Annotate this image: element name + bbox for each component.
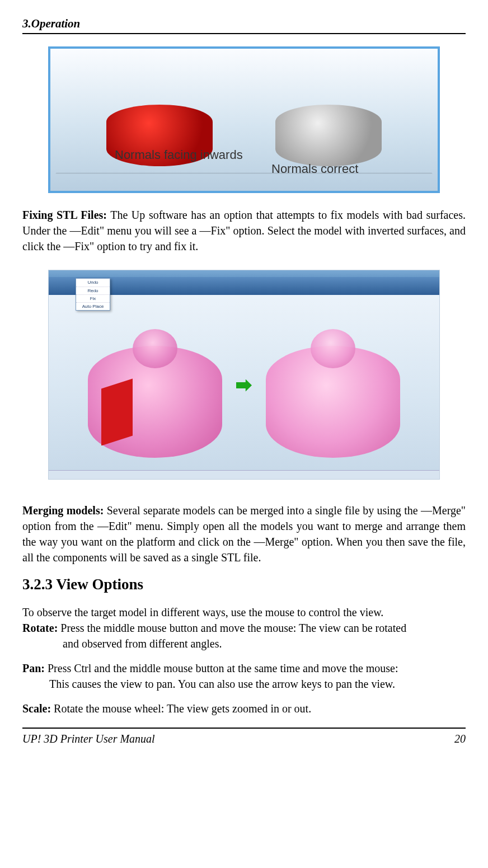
paragraph-fix-stl: Fixing STL Files: The Up software has an… [22, 207, 466, 254]
header-section: 3.Operation [22, 16, 80, 32]
view-intro: To observe the target model in different… [22, 604, 466, 620]
figure-1-wrap: Normals facing inwards Normals correct [22, 46, 466, 197]
page-header: 3.Operation [22, 16, 466, 33]
model-correct-normals [275, 105, 382, 166]
fix-stl-heading: Fixing STL Files: [22, 209, 107, 221]
paragraph-merge: Merging models: Several separate models … [22, 503, 466, 565]
heading-view-options: 3.2.3 View Options [22, 574, 466, 595]
paragraph-scale: Scale: Rotate the mouse wheel: The view … [22, 701, 466, 716]
rotate-body-1: Press the middle mouse button and move t… [58, 622, 406, 634]
pan-body-1: Press Ctrl and the middle mouse button a… [45, 662, 398, 674]
label-normals-correct: Normals correct [271, 161, 358, 178]
header-rule [22, 33, 466, 34]
footer-manual-title: UP! 3D Printer User Manual [22, 731, 155, 747]
pan-heading: Pan: [22, 662, 45, 674]
status-bar [49, 470, 439, 479]
footer-page-number: 20 [454, 731, 466, 747]
paragraph-rotate: Rotate: Press the middle mouse button an… [22, 620, 466, 651]
paragraph-pan: Pan: Press Ctrl and the middle mouse but… [22, 660, 466, 692]
rotate-heading: Rotate: [22, 622, 58, 634]
menu-item-redo[interactable]: Redo [76, 287, 110, 295]
arrow-icon [236, 379, 252, 392]
build-platform [55, 173, 432, 174]
model-after-fix [266, 346, 400, 458]
menu-item-undo[interactable]: Undo [76, 279, 110, 287]
figure-normals: Normals facing inwards Normals correct [48, 46, 440, 193]
scale-heading: Scale: [22, 702, 51, 715]
rotate-body-2: and observed from different angles. [63, 637, 222, 650]
pan-body-2: This causes the view to pan. You can als… [49, 678, 395, 690]
merge-heading: Merging models: [22, 504, 104, 517]
label-normals-inwards: Normals facing inwards [115, 147, 243, 164]
menu-item-fix[interactable]: Fix [76, 295, 110, 303]
edit-menu-popup: Undo Redo Fix Auto Place [76, 278, 110, 311]
menu-item-autoplace[interactable]: Auto Place [76, 303, 110, 310]
model-bad-surface [101, 378, 133, 445]
scale-body: Rotate the mouse wheel: The view gets zo… [51, 702, 311, 715]
figure-fix-screenshot: Undo Redo Fix Auto Place [48, 270, 440, 480]
page-footer: UP! 3D Printer User Manual 20 [22, 728, 466, 747]
figure-2-wrap: Undo Redo Fix Auto Place [22, 266, 466, 492]
